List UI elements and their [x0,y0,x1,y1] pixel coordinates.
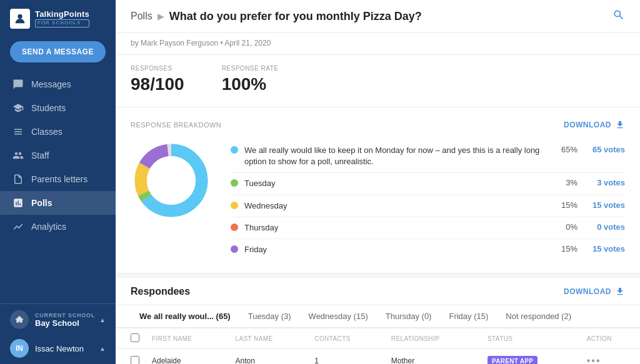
school-name: Bay School [35,318,95,328]
search-button[interactable] [612,9,625,24]
option-votes[interactable]: 0 votes [588,222,625,232]
respondees-section: Respondees DOWNLOAD We all really woul..… [116,278,640,364]
option-pct: 65% [552,145,578,154]
breakdown-download-label: DOWNLOAD [564,121,611,129]
sidebar-item-students[interactable]: Students [0,96,116,120]
sidebar-label-classes: Classes [31,127,62,137]
rate-value: 100% [222,74,279,94]
sidebar-label-messages: Messages [31,79,71,89]
option-dot [231,224,238,231]
respondees-tab[interactable]: Tuesday (3) [239,305,300,328]
option-text: Wednesday [244,200,552,212]
stat-responses: RESPONSES 98/100 [131,65,184,94]
sidebar-label-parents-letters: Parents letters [31,174,88,184]
user-name: Issac Newton [35,344,84,353]
sidebar-item-analytics[interactable]: Analytics [0,215,116,239]
respondees-download-label: DOWNLOAD [564,287,611,296]
respondees-tab[interactable]: Thursday (0) [377,305,441,328]
sidebar-item-parents-letters[interactable]: Parents letters [0,167,116,191]
col-action: ACTION [581,328,640,349]
row-last-name: Anton [229,349,309,364]
option-row: Thursday 0% 0 votes [231,217,625,239]
nav-items: Messages Students Classes Staff Parents … [0,72,116,303]
sidebar-item-polls[interactable]: Polls [0,191,116,215]
option-dot [231,245,238,253]
row-action[interactable]: ••• [581,349,640,364]
col-contacts: CONTACTS [308,328,385,349]
logo-sub: FOR SCHOOLS [35,19,89,27]
sidebar-footer: CURRENT SCHOOL Bay School ▲ IN Issac New… [0,303,116,364]
respondees-tab[interactable]: We all really woul... (65) [131,305,239,328]
page-header: Polls ▶ What do you prefer for you month… [116,0,640,33]
responses-label: RESPONSES [131,65,184,72]
page-title: What do you prefer for you monthly Pizza… [169,10,422,23]
sidebar-item-staff[interactable]: Staff [0,144,116,167]
tabs-row: We all really woul... (65)Tuesday (3)Wed… [116,305,640,328]
col-checkbox [116,328,146,349]
row-checkbox-cell [116,349,146,364]
option-text: Tuesday [244,178,552,189]
row-checkbox[interactable] [131,356,139,364]
status-badge: PARENT APP [488,356,538,364]
sidebar: TalkingPoints FOR SCHOOLS SEND A MESSAGE… [0,0,116,364]
current-school-section[interactable]: CURRENT SCHOOL Bay School ▲ [0,304,116,334]
option-votes[interactable]: 15 votes [588,200,625,210]
logo-text: TalkingPoints FOR SCHOOLS [35,10,89,27]
option-row: Wednesday 15% 15 votes [231,195,625,217]
sidebar-label-polls: Polls [31,198,52,208]
table-header-row: FIRST NAME LAST NAME CONTACTS RELATIONSH… [116,328,640,349]
main-content: Polls ▶ What do you prefer for you month… [116,0,640,364]
option-text: Thursday [244,222,552,234]
option-text: We all really would like to keep it on M… [244,145,552,167]
row-contacts: 1 [308,349,385,364]
donut-chart [131,140,212,221]
page-meta-text: by Mark Payson Ferguson • April 21, 2020 [131,39,271,47]
sidebar-label-staff: Staff [31,150,49,160]
option-pct: 15% [552,200,578,210]
breakdown-section: RESPONSE BREAKDOWN DOWNLOAD [116,107,640,273]
sidebar-item-messages[interactable]: Messages [0,72,116,96]
option-pct: 0% [552,222,578,232]
option-pct: 15% [552,244,578,253]
send-message-button[interactable]: SEND A MESSAGE [10,41,106,62]
table-row: Adelaide Anton 1 Mother PARENT APP ••• [116,349,640,364]
rate-label: RESPONSE RATE [222,65,279,72]
current-school-label: CURRENT SCHOOL [35,312,95,318]
col-status: STATUS [481,328,581,349]
breakdown-content: We all really would like to keep it on M… [131,140,625,260]
breakdown-download-button[interactable]: DOWNLOAD [564,120,625,130]
user-chevron-icon: ▲ [99,345,106,352]
respondees-tab[interactable]: Friday (15) [440,305,497,328]
logo-title: TalkingPoints [35,10,89,19]
user-section[interactable]: IN Issac Newton ▲ [0,334,116,364]
option-dot [231,179,238,187]
school-icon [10,310,29,329]
respondees-tab[interactable]: Not responded (2) [497,305,580,328]
logo-area: TalkingPoints FOR SCHOOLS [0,0,116,35]
col-first-name: FIRST NAME [146,328,229,349]
logo-icon [10,9,30,29]
option-text: Friday [244,244,552,255]
respondees-download-button[interactable]: DOWNLOAD [564,287,625,297]
col-last-name: LAST NAME [229,328,309,349]
stats-row: RESPONSES 98/100 RESPONSE RATE 100% [116,55,640,107]
option-votes[interactable]: 65 votes [588,145,625,154]
option-votes[interactable]: 3 votes [588,178,625,187]
breadcrumb: Polls ▶ What do you prefer for you month… [131,10,422,23]
sidebar-item-classes[interactable]: Classes [0,120,116,144]
option-votes[interactable]: 15 votes [588,244,625,253]
svg-point-6 [147,156,196,205]
option-row: We all really would like to keep it on M… [231,140,625,173]
respondees-tab[interactable]: Wednesday (15) [300,305,377,328]
school-chevron-icon: ▲ [99,317,106,323]
stat-rate: RESPONSE RATE 100% [222,65,279,94]
responses-value: 98/100 [131,74,184,94]
option-dot [231,146,238,154]
respondees-table: FIRST NAME LAST NAME CONTACTS RELATIONSH… [116,328,640,364]
option-pct: 3% [552,178,578,187]
option-row: Friday 15% 15 votes [231,239,625,260]
select-all-checkbox[interactable] [131,333,139,342]
row-first-name: Adelaide [146,349,229,364]
sidebar-label-analytics: Analytics [31,222,66,232]
action-menu-button[interactable]: ••• [587,355,601,364]
